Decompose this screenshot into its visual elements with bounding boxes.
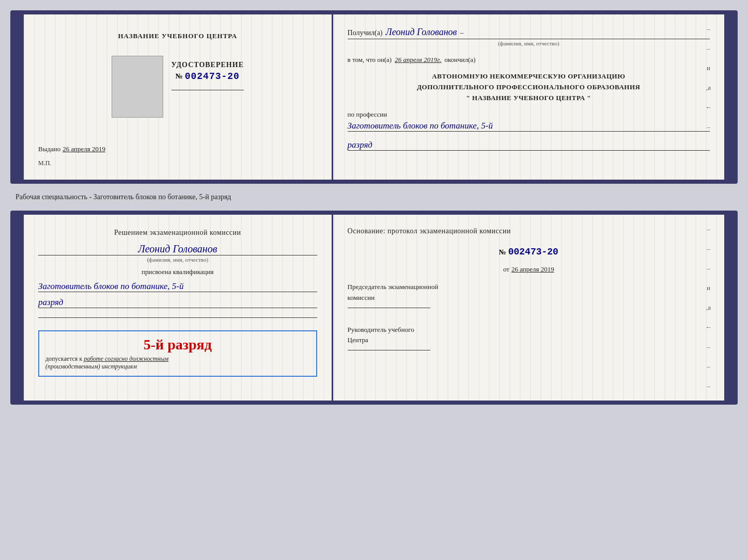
profession-value: Заготовитель блоков по ботанике, 5-й	[348, 121, 710, 132]
org-name-upper-left: НАЗВАНИЕ УЧЕБНОГО ЦЕНТРА	[118, 32, 238, 40]
marker-l4: –	[707, 343, 710, 351]
protocol-number: 002473-20	[508, 247, 558, 257]
org-line2: ДОПОЛНИТЕЛЬНОГО ПРОФЕССИОНАЛЬНОГО ОБРАЗО…	[348, 82, 710, 93]
chairman-signature-line	[348, 308, 430, 308]
divider-lower	[38, 317, 317, 318]
upper-right-panel: Получил(а) Леонид Голованов – (фамилия, …	[333, 14, 724, 180]
left-spine-lower	[14, 215, 24, 401]
stamp-work: работе согласно должностным	[84, 355, 168, 362]
marker-l5: –	[707, 362, 710, 371]
qualification-value: Заготовитель блоков по ботанике, 5-й	[38, 281, 317, 292]
issued-row: Выдано 26 апреля 2019	[38, 145, 317, 153]
cert-number: 002473-20	[185, 71, 240, 82]
chairman-title: Председатель экзаменационной	[348, 282, 710, 293]
director-signature-line	[348, 350, 430, 350]
marker-l3: –	[707, 264, 710, 273]
dash-after-name: –	[460, 29, 463, 37]
date-prefix: в том, что он(а)	[348, 56, 392, 64]
mp-label: М.П.	[38, 159, 317, 167]
protocol-date-value: 26 апреля 2019	[511, 265, 554, 274]
chairman-title2: комиссии	[348, 293, 710, 303]
marker-и: и	[707, 64, 710, 72]
profession-block: по профессии Заготовитель блоков по бота…	[348, 110, 710, 132]
left-spine	[14, 14, 24, 180]
recipient-sublabel: (фамилия, имя, отчество)	[348, 40, 710, 46]
profession-prefix: по профессии	[348, 110, 387, 118]
marker-1: –	[707, 25, 710, 33]
divider-line	[172, 90, 244, 90]
date-suffix: окончил(а)	[444, 56, 475, 64]
upper-left-panel: НАЗВАНИЕ УЧЕБНОГО ЦЕНТРА УДОСТОВЕРЕНИЕ №…	[24, 14, 333, 180]
razryad-upper: разряд	[348, 140, 372, 150]
director-title: Руководитель учебного	[348, 325, 710, 335]
issued-date: 26 апреля 2019	[63, 145, 105, 153]
lower-right-panel: Основание: протокол экзаменационной коми…	[333, 215, 724, 401]
assigned-label: присвоена квалификация	[38, 268, 317, 276]
protocol-date-prefix: от	[503, 265, 509, 274]
director-block: Руководитель учебного Центра	[348, 325, 710, 351]
right-spine-lower	[724, 215, 734, 401]
stamp-instructions: (производственным) инструкциям	[45, 363, 310, 371]
basis-title: Основание: протокол экзаменационной коми…	[348, 227, 710, 235]
handwritten-date: 26 апреля 2019г.	[395, 56, 441, 64]
cert-number-prefix: №	[176, 72, 183, 81]
page-wrapper: НАЗВАНИЕ УЧЕБНОГО ЦЕНТРА УДОСТОВЕРЕНИЕ №…	[10, 10, 738, 405]
marker-l2: –	[707, 245, 710, 253]
marker-l1: –	[707, 225, 710, 233]
photo-placeholder	[112, 56, 163, 118]
protocol-date: от 26 апреля 2019	[348, 265, 710, 274]
org-block: АВТОНОМНУЮ НЕКОММЕРЧЕСКУЮ ОРГАНИЗАЦИЮ ДО…	[348, 71, 710, 103]
received-prefix: Получил(а)	[348, 29, 383, 37]
lower-left-panel: Решением экзаменационной комиссии Леонид…	[24, 215, 333, 401]
marker-2: –	[707, 44, 710, 53]
marker-3: –	[707, 123, 710, 131]
marker-a: ,а	[706, 84, 711, 92]
org-line3: " НАЗВАНИЕ УЧЕБНОГО ЦЕНТРА "	[348, 93, 710, 104]
marker-la: ,а	[706, 303, 711, 312]
lower-document: Решением экзаменационной комиссии Леонид…	[10, 211, 738, 405]
issued-label: Выдано	[38, 145, 60, 153]
marker-l7: –	[707, 402, 710, 405]
person-sublabel: (фамилия, имя, отчество)	[38, 257, 317, 263]
decision-title: Решением экзаменационной комиссии	[38, 227, 317, 238]
marker-larrow: ←	[705, 323, 712, 331]
decision-line1: Решением экзаменационной комиссии	[114, 229, 241, 236]
marker-l6: –	[707, 382, 710, 390]
stamp-admission-text: допускается к	[45, 355, 82, 362]
stamp-box: 5-й разряд допускается к работе согласно…	[38, 330, 317, 377]
received-row: Получил(а) Леонид Голованов –	[348, 27, 710, 39]
right-spine-upper	[724, 14, 734, 180]
stamp-grade: 5-й разряд	[45, 337, 310, 353]
marker-li: и	[707, 284, 710, 292]
decision-name: Леонид Голованов	[38, 243, 317, 255]
marker-arrow: ←	[705, 103, 712, 111]
stamp-admission: допускается к работе согласно должностны…	[45, 355, 310, 363]
recipient-name: Леонид Голованов	[386, 27, 457, 38]
director-title2: Центра	[348, 335, 710, 346]
chairman-block: Председатель экзаменационной комиссии	[348, 282, 710, 308]
cert-title: УДОСТОВЕРЕНИЕ	[172, 61, 244, 69]
razryad-lower: разряд	[38, 297, 63, 307]
date-row: в том, что он(а) 26 апреля 2019г. окончи…	[348, 56, 710, 64]
org-line1: АВТОНОМНУЮ НЕКОММЕРЧЕСКУЮ ОРГАНИЗАЦИЮ	[348, 71, 710, 82]
separator-label: Рабочая специальность - Заготовитель бло…	[15, 193, 738, 201]
upper-document: НАЗВАНИЕ УЧЕБНОГО ЦЕНТРА УДОСТОВЕРЕНИЕ №…	[10, 10, 738, 184]
cert-center-block: УДОСТОВЕРЕНИЕ № 002473-20	[172, 61, 244, 94]
protocol-prefix: №	[499, 248, 506, 256]
